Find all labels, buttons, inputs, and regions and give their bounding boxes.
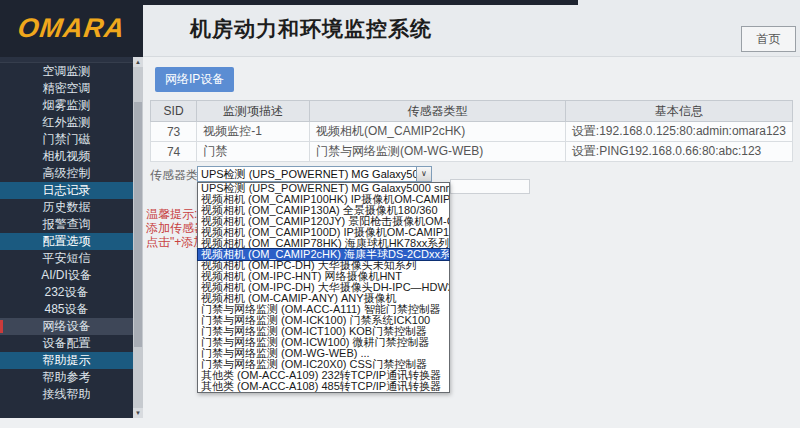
dropdown-option[interactable]: 视频相机 (OM_CAMIP130A) 全景摄像机180/360 <box>198 205 449 216</box>
sidebar-item-label: 精密空调 <box>43 81 91 95</box>
dropdown-option[interactable]: 门禁与网络监测 (OM-ICW100) 微耕门禁控制器 <box>198 337 449 348</box>
sidebar-item[interactable]: AI/DI设备 <box>0 267 133 284</box>
dropdown-option[interactable]: 门禁与网络监测 (OM-ICK100) 门禁系统ICK100 <box>198 315 449 326</box>
dropdown-option[interactable]: 其他类 (OM-ACC-A108) 485转TCP/IP通讯转换器 <box>198 381 449 392</box>
table-cell: 74 <box>151 142 197 162</box>
sidebar-item-label: 空调监测 <box>43 64 91 78</box>
sidebar-item[interactable]: 设备配置 <box>0 335 133 352</box>
sidebar-item-label: 帮助参考 <box>43 370 91 384</box>
sidebar-menu: 空调监测精密空调烟雾监测红外监测门禁门磁相机视频高级控制日志记录历史数据报警查询… <box>0 57 133 403</box>
home-button[interactable]: 首页 <box>741 26 796 52</box>
dropdown-option[interactable]: 视频相机 (OM_CAMIP100D) IP摄像机OM-CAMIP100D 大架… <box>198 227 449 238</box>
table-body: 73视频监控-1视频相机(OM_CAMIP2cHK)设置:192.168.0.1… <box>151 122 793 162</box>
sidebar-item-label: 平安短信 <box>43 251 91 265</box>
sidebar-item-label: 门禁门磁 <box>43 132 91 146</box>
sidebar-item[interactable]: 高级控制 <box>0 165 133 182</box>
sidebar-item-label: 接线帮助 <box>43 387 91 401</box>
dropdown-option[interactable]: 门禁与网络监测 (OM-WG-WEB) ... <box>198 348 449 359</box>
page-title: 机房动力和环境监控系统 <box>190 15 432 43</box>
devices-table: SID 监测项描述 传感器类型 基本信息 73视频监控-1视频相机(OM_CAM… <box>150 100 793 162</box>
app-window: OMARA 机房动力和环境监控系统 首页 空调监测精密空调烟雾监测红外监测门禁门… <box>0 0 800 428</box>
sidebar-item[interactable]: 历史数据 <box>0 199 133 216</box>
sidebar-item[interactable]: 红外监测 <box>0 114 133 131</box>
dropdown-option[interactable]: 视频相机 (OM-IPC-DH) 大华摄像头未知系列 <box>198 260 449 271</box>
tab-network-ip-devices[interactable]: 网络IP设备 <box>155 67 234 92</box>
sidebar-item[interactable]: 报警查询 <box>0 216 133 233</box>
sidebar-item[interactable]: 烟雾监测 <box>0 97 133 114</box>
sidebar-item-label: 报警查询 <box>43 217 91 231</box>
sidebar-item-label: 相机视频 <box>43 149 91 163</box>
dropdown-option[interactable]: 视频相机 (OM_CAMIP120JY) 景阳枪击摄像机OM-CAMIP120J… <box>198 216 449 227</box>
main-content: 网络IP设备 SID 监测项描述 传感器类型 基本信息 73视频监控-1视频相机… <box>143 57 800 428</box>
sidebar-item-label: 485设备 <box>44 302 88 316</box>
dropdown-option[interactable]: 视频相机 (OM-IPC-DH) 大华摄像头DH-IPC—HDW2221C <box>198 282 449 293</box>
scroll-down-icon[interactable]: ▼ <box>133 408 143 418</box>
table-cell: 门禁与网络监测(OM-WG-WEB) <box>310 142 566 162</box>
sidebar: 空调监测精密空调烟雾监测红外监测门禁门磁相机视频高级控制日志记录历史数据报警查询… <box>0 57 143 418</box>
col-header-sid: SID <box>151 101 197 122</box>
logo-text: OMARA <box>16 13 127 44</box>
col-header-sensor-type: 传感器类型 <box>310 101 566 122</box>
sidebar-item[interactable]: 232设备 <box>0 284 133 301</box>
dropdown-option[interactable]: 其他类 (OM-ACC-A109) 232转TCP/IP通讯转换器 <box>198 370 449 381</box>
scrollbar-thumb[interactable] <box>134 102 142 347</box>
table-cell: 设置:PING192.168.0.66:80:abc:123 <box>565 142 792 162</box>
sidebar-item[interactable]: 帮助参考 <box>0 369 133 386</box>
dropdown-option[interactable]: 视频相机 (OM-CAMIP-ANY) ANY摄像机 <box>198 293 449 304</box>
dropdown-option[interactable]: 门禁与网络监测 (OM-ACC-A111) 智能门禁控制器 <box>198 304 449 315</box>
chevron-down-icon[interactable]: ∨ <box>416 167 431 181</box>
top-strip <box>0 0 578 5</box>
sidebar-item-label: 烟雾监测 <box>43 98 91 112</box>
sidebar-item-label: 网络设备 <box>43 319 91 333</box>
table-row[interactable]: 74门禁门禁与网络监测(OM-WG-WEB)设置:PING192.168.0.6… <box>151 142 793 162</box>
sidebar-section-header[interactable]: 帮助提示 <box>0 352 133 369</box>
sidebar-item[interactable]: 精密空调 <box>0 80 133 97</box>
table-cell: 门禁 <box>197 142 310 162</box>
dropdown-option[interactable]: 门禁与网络监测 (OM-ICT100) KOB门禁控制器 <box>198 326 449 337</box>
sidebar-scrollbar[interactable]: ▲ ▼ <box>133 57 143 418</box>
sidebar-item[interactable]: 接线帮助 <box>0 386 133 403</box>
sidebar-item-label: 高级控制 <box>43 166 91 180</box>
table-cell: 73 <box>151 122 197 142</box>
sidebar-item-label: 红外监测 <box>43 115 91 129</box>
sensor-type-select[interactable]: UPS检测 (UPS_POWERNET) MG Galaxy5000 s ∨ <box>197 166 432 182</box>
sidebar-item-label: 日志记录 <box>43 183 91 197</box>
sidebar-section-header[interactable]: 配置选项 <box>0 233 133 250</box>
table-cell: 视频监控-1 <box>197 122 310 142</box>
dropdown-option[interactable]: 门禁与网络监测 (OM-IC20X0) CSS门禁控制器 <box>198 359 449 370</box>
dropdown-option[interactable]: 视频相机 (OM_CAMIP2cHK) 海康半球DS-2CDxx系列 <box>198 249 449 260</box>
active-item-indicator <box>0 320 3 333</box>
sidebar-item[interactable]: 平安短信 <box>0 250 133 267</box>
sidebar-item[interactable]: 网络设备 <box>0 318 133 335</box>
scroll-up-icon[interactable]: ▲ <box>133 57 143 67</box>
sidebar-section-header[interactable]: 日志记录 <box>0 182 133 199</box>
sidebar-item[interactable]: 空调监测 <box>0 63 133 80</box>
dropdown-option[interactable]: 视频相机 (OM_CAMIP78HK) 海康球机HK78xx系列 <box>198 238 449 249</box>
sidebar-item-label: 帮助提示 <box>43 353 91 367</box>
sidebar-item-label: 设备配置 <box>43 336 91 350</box>
table-header-row: SID 监测项描述 传感器类型 基本信息 <box>151 101 793 122</box>
table-cell: 视频相机(OM_CAMIP2cHK) <box>310 122 566 142</box>
sidebar-item[interactable]: 相机视频 <box>0 148 133 165</box>
select-current-value: UPS检测 (UPS_POWERNET) MG Galaxy5000 s <box>198 167 416 181</box>
col-header-description: 监测项描述 <box>197 101 310 122</box>
col-header-basic-info: 基本信息 <box>565 101 792 122</box>
sidebar-item[interactable]: 485设备 <box>0 301 133 318</box>
header: OMARA 机房动力和环境监控系统 首页 <box>0 0 800 57</box>
dropdown-option[interactable]: UPS检测 (UPS_POWERNET) MG Galaxy5000 snmp <box>198 183 449 194</box>
sensor-value-input[interactable] <box>450 179 530 194</box>
sidebar-item-label: 配置选项 <box>43 234 91 248</box>
logo: OMARA <box>0 0 143 57</box>
table-cell: 设置:192.168.0.125:80:admin:omara123 <box>565 122 792 142</box>
dropdown-option[interactable]: 视频相机 (OM-IPC-HNT) 网络摄像机HNT <box>198 271 449 282</box>
sidebar-item-label: 历史数据 <box>43 200 91 214</box>
sidebar-item[interactable]: 门禁门磁 <box>0 131 133 148</box>
dropdown-option[interactable]: 视频相机 (OM_CAMIP100HK) IP摄像机OM-CAMIP100HK <box>198 194 449 205</box>
sidebar-item-label: AI/DI设备 <box>41 268 92 282</box>
table-row[interactable]: 73视频监控-1视频相机(OM_CAMIP2cHK)设置:192.168.0.1… <box>151 122 793 142</box>
sensor-type-dropdown: UPS检测 (UPS_POWERNET) MG Galaxy5000 snmp视… <box>197 182 450 393</box>
sidebar-item-label: 232设备 <box>44 285 88 299</box>
